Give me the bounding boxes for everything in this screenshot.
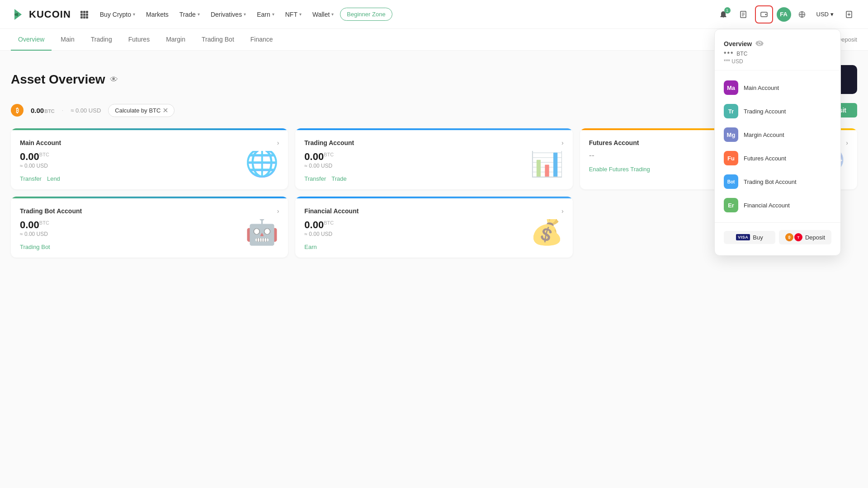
- btc-icon: ₿: [11, 104, 24, 117]
- wallet-panel-button[interactable]: [755, 5, 773, 23]
- crypto-deposit-icons: ₿ T: [785, 233, 802, 241]
- visa-icon: VISA: [736, 234, 750, 240]
- trading-bot-account-arrow[interactable]: ›: [277, 207, 279, 215]
- dp-btc-label: BTC: [736, 51, 747, 57]
- subnav-overview[interactable]: Overview: [11, 29, 52, 51]
- financial-account-arrow[interactable]: ›: [561, 207, 564, 215]
- subnav-futures[interactable]: Futures: [121, 29, 157, 51]
- dp-futures-account[interactable]: Fu Futures Account: [715, 146, 840, 170]
- dp-futures-account-icon: Fu: [724, 151, 738, 165]
- subnav-finance[interactable]: Finance: [243, 29, 280, 51]
- dp-margin-account[interactable]: Mg Margin Account: [715, 123, 840, 146]
- dp-main-account[interactable]: Ma Main Account: [715, 76, 840, 99]
- earn-link[interactable]: Earn: [304, 244, 316, 250]
- dp-margin-account-icon: Mg: [724, 127, 738, 142]
- nav-arrow: ▾: [244, 12, 246, 17]
- trading-account-title: Trading Account: [304, 139, 354, 146]
- trading-account-arrow[interactable]: ›: [561, 139, 564, 146]
- trading-transfer-link[interactable]: Transfer: [304, 175, 326, 182]
- dp-eye-icon[interactable]: [755, 40, 764, 47]
- dp-buy-button[interactable]: VISA Buy: [724, 231, 775, 244]
- subnav-margin[interactable]: Margin: [159, 29, 193, 51]
- dp-financial-account-icon: Er: [724, 198, 738, 212]
- dp-trading-account-label: Trading Account: [744, 108, 786, 115]
- subnav-trading[interactable]: Trading: [84, 29, 119, 51]
- svg-rect-1: [83, 11, 85, 13]
- close-icon: [163, 108, 168, 113]
- nav-derivatives[interactable]: Derivatives ▾: [206, 8, 250, 21]
- dp-trading-account[interactable]: Tr Trading Account: [715, 99, 840, 123]
- toggle-visibility-icon[interactable]: 👁: [110, 75, 118, 84]
- svg-rect-0: [80, 11, 83, 13]
- trading-account-bg-icon: 📊: [530, 151, 564, 178]
- nav-trade[interactable]: Trade ▾: [175, 8, 204, 21]
- svg-rect-3: [80, 14, 83, 16]
- balance-btc: 0.00BTC: [31, 107, 55, 114]
- main-lend-link[interactable]: Lend: [47, 175, 60, 182]
- dp-bottom-actions: VISA Buy ₿ T Deposit: [715, 226, 840, 248]
- subnav-trading-bot[interactable]: Trading Bot: [194, 29, 241, 51]
- futures-account-arrow[interactable]: ›: [846, 139, 848, 146]
- nav-markets[interactable]: Markets: [142, 8, 173, 21]
- svg-rect-5: [86, 14, 88, 16]
- dp-account-list: Ma Main Account Tr Trading Account Mg Ma…: [715, 74, 840, 219]
- dp-deposit-button[interactable]: ₿ T Deposit: [779, 230, 831, 244]
- nav-links: Buy Crypto ▾ Markets Trade ▾ Derivatives…: [95, 8, 708, 21]
- trading-account-actions: Transfer Trade: [304, 175, 529, 182]
- trading-account-amount: 0.00BTC: [304, 151, 563, 163]
- nav-buy-crypto[interactable]: Buy Crypto ▾: [95, 8, 140, 21]
- svg-text:₿: ₿: [16, 107, 19, 114]
- main-transfer-link[interactable]: Transfer: [20, 175, 42, 182]
- calculate-btc-button[interactable]: Calculate by BTC: [108, 104, 175, 117]
- financial-account-bg-icon: 💰: [530, 219, 564, 247]
- nav-arrow: ▾: [133, 12, 135, 17]
- dp-usd-amount: *** USD: [724, 58, 831, 65]
- page-title: Asset Overview: [11, 72, 105, 87]
- documents-button[interactable]: [735, 6, 751, 23]
- dp-financial-account-label: Financial Account: [744, 202, 790, 209]
- balance-usd: ≈ 0.00 USD: [71, 107, 101, 114]
- dp-bot-account[interactable]: Bot Trading Bot Account: [715, 170, 840, 193]
- notification-button[interactable]: 1: [715, 6, 731, 23]
- dp-main-account-label: Main Account: [744, 84, 779, 91]
- user-avatar[interactable]: FA: [777, 7, 791, 22]
- bot-account-bg-icon: 🤖: [245, 219, 279, 247]
- nav-arrow: ▾: [331, 12, 334, 17]
- account-dropdown-panel: Overview *** BTC *** USD Ma Main Account…: [714, 29, 841, 256]
- bitcoin-icon: ₿: [785, 233, 793, 241]
- main-account-title: Main Account: [20, 139, 61, 146]
- svg-rect-7: [83, 16, 85, 19]
- logo-area[interactable]: KUCOIN: [11, 7, 71, 22]
- nav-right: 1 FA USD ▾: [715, 5, 857, 23]
- dp-main-account-icon: Ma: [724, 80, 738, 95]
- language-button[interactable]: [795, 9, 809, 20]
- nav-arrow: ▾: [272, 12, 274, 17]
- main-account-card: Main Account › 🌐 0.00BTC ≈ 0.00 USD Tran…: [11, 128, 288, 189]
- financial-account-amount: 0.00BTC: [304, 219, 563, 231]
- dp-bot-account-label: Trading Bot Account: [744, 178, 797, 185]
- dp-bot-account-icon: Bot: [724, 174, 738, 189]
- nav-wallet[interactable]: Wallet ▾: [308, 8, 338, 21]
- beginner-zone-button[interactable]: Beginner Zone: [340, 8, 392, 21]
- trading-account-card: Trading Account › 📊 0.00BTC ≈ 0.00 USD T…: [295, 128, 572, 189]
- nav-nft[interactable]: NFT ▾: [281, 8, 306, 21]
- dp-margin-account-label: Margin Account: [744, 131, 784, 138]
- bot-trading-link[interactable]: Trading Bot: [20, 244, 50, 250]
- main-account-amount: 0.00BTC: [20, 151, 279, 163]
- trading-bot-account-card: Trading Bot Account › 🤖 0.00BTC ≈ 0.00 U…: [11, 197, 288, 258]
- subnav-main[interactable]: Main: [53, 29, 81, 51]
- main-account-arrow[interactable]: ›: [277, 139, 279, 146]
- svg-rect-4: [83, 14, 85, 16]
- nav-earn[interactable]: Earn ▾: [252, 8, 279, 21]
- notification-badge: 1: [724, 7, 731, 14]
- dp-financial-account[interactable]: Er Financial Account: [715, 193, 840, 217]
- trading-trade-link[interactable]: Trade: [331, 175, 346, 182]
- dp-overview-label: Overview: [724, 40, 752, 47]
- bot-account-actions: Trading Bot: [20, 244, 245, 250]
- grid-menu-icon[interactable]: [80, 10, 88, 19]
- dp-overview-section: Overview *** BTC *** USD: [715, 37, 840, 70]
- currency-button[interactable]: USD ▾: [813, 9, 837, 19]
- main-account-bg-icon: 🌐: [245, 151, 279, 178]
- nav-arrow: ▾: [299, 12, 302, 17]
- download-button[interactable]: [841, 6, 857, 23]
